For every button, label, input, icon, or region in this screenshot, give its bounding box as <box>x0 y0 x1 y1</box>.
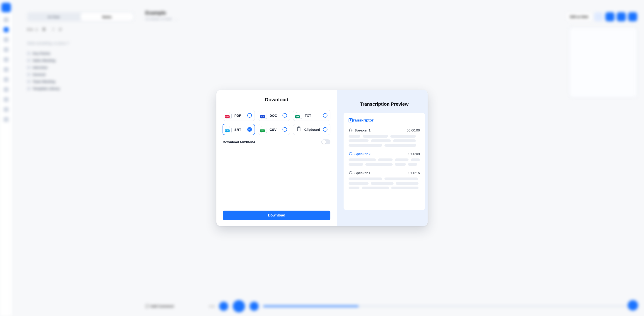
skeleton-bar <box>348 144 382 147</box>
skeleton-bar <box>371 182 394 185</box>
preview-panel: Transcription Preview Transkriptor Speak… <box>337 90 428 226</box>
skeleton-bar <box>365 163 392 166</box>
skeleton-bar <box>348 163 363 166</box>
skeleton-bar <box>348 140 368 142</box>
format-label: CSV <box>270 128 280 132</box>
format-radio <box>282 113 287 118</box>
skeleton-bar <box>411 158 420 161</box>
format-option-srt[interactable]: SRTSRT <box>223 124 255 135</box>
file-txt-icon: TXT <box>296 112 302 119</box>
skeleton-row <box>348 177 420 180</box>
skeleton-bar <box>390 135 416 138</box>
skeleton-bar <box>348 135 360 138</box>
format-option-txt[interactable]: TXTTXT <box>293 110 330 121</box>
download-button[interactable]: Download <box>223 211 330 220</box>
preview-card: Transkriptor Speaker 100:00:00Speaker 20… <box>344 113 425 210</box>
download-media-label: Download MP3/MP4 <box>223 140 255 144</box>
segment-timestamp: 00:00:09 <box>407 152 420 156</box>
format-radio <box>247 127 252 132</box>
preview-title: Transcription Preview <box>344 101 425 107</box>
skeleton-bar <box>363 135 388 138</box>
skeleton-row <box>348 144 420 147</box>
brand-mark-icon: T <box>348 118 353 122</box>
skeleton-bar <box>391 186 418 189</box>
transcript-segment: Speaker 200:00:09 <box>348 152 420 166</box>
file-pdf-icon: PDF <box>226 112 232 119</box>
download-media-row: Download MP3/MP4 <box>223 140 330 145</box>
skeleton-row <box>348 135 420 138</box>
format-label: Clipboard <box>304 128 320 132</box>
skeleton-bar <box>408 163 417 166</box>
skeleton-bar <box>395 158 408 161</box>
toggle-knob <box>322 140 326 144</box>
skeleton-bar <box>384 144 416 147</box>
format-radio <box>323 113 328 118</box>
skeleton-bar <box>384 177 418 180</box>
format-grid: PDFPDFDOCDOCTXTTXTSRTSRTCSVCSVClipboard <box>223 110 330 135</box>
skeleton-bar <box>348 177 382 180</box>
skeleton-bar <box>395 163 406 166</box>
segment-header: Speaker 200:00:09 <box>348 152 420 156</box>
brand-logo: Transkriptor <box>348 118 420 123</box>
download-title: Download <box>223 97 330 103</box>
download-modal: Download PDFPDFDOCDOCTXTTXTSRTSRTCSVCSVC… <box>216 90 428 226</box>
file-doc-icon: DOC <box>261 112 267 119</box>
skeleton-bar <box>371 140 391 142</box>
transcript-segment: Speaker 100:00:15 <box>348 171 420 189</box>
skeleton-bar <box>362 186 389 189</box>
skeleton-bar <box>393 140 416 142</box>
clipboard-icon <box>296 126 302 133</box>
skeleton-row <box>348 186 420 189</box>
format-label: SRT <box>234 128 244 132</box>
segment-timestamp: 00:00:00 <box>407 128 420 132</box>
skeleton-row <box>348 158 420 161</box>
skeleton-bar <box>378 158 392 161</box>
format-label: TXT <box>305 114 320 117</box>
skeleton-bar <box>396 182 418 185</box>
segment-speaker: Speaker 1 <box>348 171 370 175</box>
segment-speaker: Speaker 1 <box>348 128 370 132</box>
format-radio <box>282 127 287 132</box>
skeleton-row <box>348 163 420 166</box>
skeleton-bar <box>348 186 360 189</box>
modal-overlay: Download PDFPDFDOCDOCTXTTXTSRTSRTCSVCSVC… <box>0 0 644 316</box>
transcript-segment: Speaker 100:00:00 <box>348 128 420 147</box>
segment-timestamp: 00:00:15 <box>407 171 420 175</box>
format-label: DOC <box>270 114 280 117</box>
segment-speaker: Speaker 2 <box>348 152 370 156</box>
skeleton-row <box>348 182 420 185</box>
format-option-csv[interactable]: CSVCSV <box>258 124 290 135</box>
download-panel: Download PDFPDFDOCDOCTXTTXTSRTSRTCSVCSVC… <box>216 90 337 226</box>
format-option-doc[interactable]: DOCDOC <box>258 110 290 121</box>
skeleton-bar <box>348 182 368 185</box>
format-label: PDF <box>234 114 244 117</box>
format-option-pdf[interactable]: PDFPDF <box>223 110 255 121</box>
file-csv-icon: CSV <box>261 126 267 133</box>
download-media-toggle[interactable] <box>321 140 330 145</box>
file-srt-icon: SRT <box>226 126 232 133</box>
format-radio <box>323 127 328 132</box>
skeleton-row <box>348 140 420 142</box>
brand-text: ranskriptor <box>353 118 374 123</box>
format-radio <box>247 113 252 118</box>
format-option-clipboard[interactable]: Clipboard <box>293 124 330 135</box>
segment-header: Speaker 100:00:00 <box>348 128 420 132</box>
skeleton-bar <box>348 158 376 161</box>
segment-header: Speaker 100:00:15 <box>348 171 420 175</box>
